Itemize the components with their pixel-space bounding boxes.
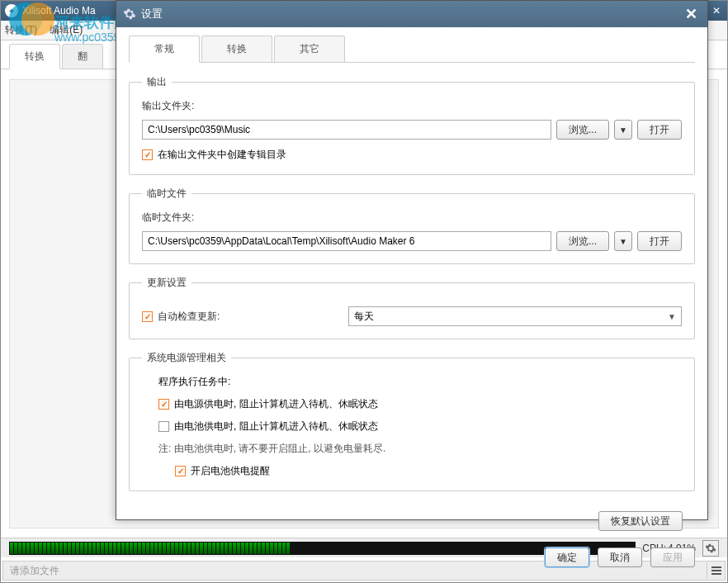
temp-browse-dropdown[interactable]: ▼ [614,231,632,251]
update-legend: 更新设置 [142,276,191,290]
power-legend: 系统电源管理相关 [142,351,231,365]
output-legend: 输出 [142,75,172,89]
dialog-tabs: 常规 转换 其它 [129,36,695,63]
tab-translate[interactable]: 翻 [62,44,103,69]
battery-prevent-label: 由电池供电时, 阻止计算机进入待机、休眠状态 [174,419,378,434]
ac-prevent-checkbox[interactable]: ✓ [158,399,169,410]
temp-browse-button[interactable]: 浏览... [556,231,609,251]
battery-prevent-checkbox[interactable]: ✓ [158,421,169,432]
output-folder-label: 输出文件夹: [142,99,682,113]
auto-check-label: 自动检查更新: [158,310,220,324]
temp-legend: 临时文件 [142,187,191,201]
update-group: 更新设置 ✓ 自动检查更新: 每天 ▼ [129,276,695,339]
svg-rect-0 [711,566,721,568]
temp-folder-input[interactable] [142,231,551,251]
output-browse-dropdown[interactable]: ▼ [614,120,632,140]
chevron-down-icon: ▼ [668,312,676,321]
power-group: 系统电源管理相关 程序执行任务中: ✓ 由电源供电时, 阻止计算机进入待机、休眠… [129,351,695,491]
settings-icon [123,7,136,21]
tab-other[interactable]: 其它 [274,36,345,62]
dialog-footer: 确定 取消 应用 [116,547,707,576]
tab-convert[interactable]: 转换 [9,44,60,69]
restore-defaults-button[interactable]: 恢复默认设置 [598,511,683,531]
cancel-button[interactable]: 取消 [598,547,642,567]
ok-button[interactable]: 确定 [545,547,589,567]
list-view-button[interactable] [707,562,725,579]
power-note: 注: 由电池供电时, 请不要开启阻止, 以避免电量耗尽. [158,442,682,456]
svg-rect-2 [711,573,721,575]
update-frequency-select[interactable]: 每天 ▼ [348,306,682,326]
svg-rect-1 [711,570,721,571]
battery-reminder-label: 开启电池供电提醒 [191,464,270,478]
restore-row: 恢复默认设置 [129,503,695,539]
menu-file[interactable]: 转换(T) [5,23,37,37]
menu-edit[interactable]: 编辑(E) [50,23,83,37]
output-open-button[interactable]: 打开 [637,120,682,140]
create-album-dir-checkbox[interactable]: ✓ [142,149,153,160]
app-logo-icon: ✦ [5,4,18,17]
temp-group: 临时文件 临时文件夹: 浏览... ▼ 打开 [129,187,695,264]
dialog-title: 设置 [141,7,681,21]
temp-open-button[interactable]: 打开 [637,231,682,251]
dialog-titlebar: 设置 ✕ [116,1,707,27]
output-folder-input[interactable] [142,120,551,140]
temp-folder-label: 临时文件夹: [142,211,682,225]
ac-prevent-label: 由电源供电时, 阻止计算机进入待机、休眠状态 [174,397,378,411]
output-browse-button[interactable]: 浏览... [556,120,609,140]
auto-check-checkbox[interactable]: ✓ [142,311,153,322]
settings-dialog: 设置 ✕ 常规 转换 其它 输出 输出文件夹: 浏览... ▼ 打开 ✓ 在输出… [116,0,708,520]
dialog-close-button[interactable]: ✕ [681,4,701,24]
output-group: 输出 输出文件夹: 浏览... ▼ 打开 ✓ 在输出文件夹中创建专辑目录 [129,75,695,175]
tab-general[interactable]: 常规 [129,36,200,63]
list-icon [711,565,722,576]
apply-button: 应用 [650,547,695,567]
create-album-dir-label: 在输出文件夹中创建专辑目录 [158,148,286,162]
close-button[interactable]: ✕ [710,5,723,17]
power-subtitle: 程序执行任务中: [158,375,682,389]
tab-convert-settings[interactable]: 转换 [201,36,272,62]
update-frequency-value: 每天 [354,310,374,324]
battery-reminder-checkbox[interactable]: ✓ [175,466,186,476]
